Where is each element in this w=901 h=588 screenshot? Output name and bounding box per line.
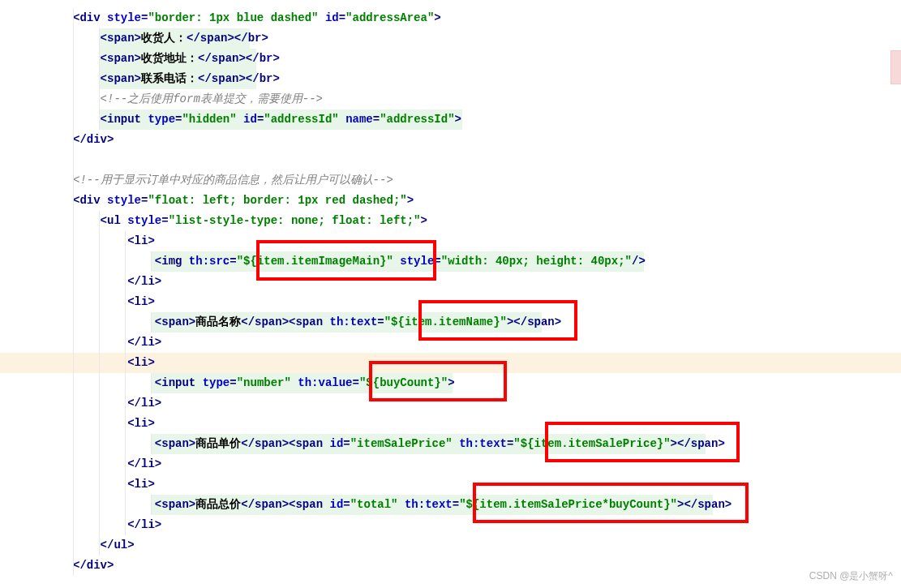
code-token: > [448, 376, 454, 389]
code-token: "width: 40px; height: 40px;" [441, 255, 632, 268]
code-token: = [230, 376, 236, 389]
code-token: > [421, 214, 427, 227]
code-line: <li> [73, 353, 885, 373]
code-token: <input [155, 376, 195, 389]
code-token: type [148, 113, 175, 126]
code-block: <div style="border: 1px blue dashed" id=… [73, 8, 885, 576]
code-token: <div [73, 11, 101, 24]
code-token: "border: 1px blue dashed" [148, 11, 318, 24]
code-token: type [203, 376, 230, 389]
code-token: </span><span [241, 437, 323, 450]
code-line: </div> [73, 556, 885, 576]
code-line: </ul> [73, 535, 885, 556]
code-token: </span><span [241, 498, 323, 511]
code-token: <div [73, 194, 101, 207]
code-token: = [353, 376, 359, 389]
code-line: <span>收货地址：</span></br> [73, 49, 885, 69]
code-token: <span> [155, 315, 195, 328]
code-token: <li> [127, 478, 155, 491]
code-line [73, 150, 885, 170]
code-token: </span></br> [198, 72, 280, 85]
code-token: > [455, 113, 461, 126]
code-token: id [243, 113, 257, 126]
code-token: </div> [73, 133, 114, 146]
code-token: id [329, 437, 343, 450]
code-token: 收货地址： [141, 52, 198, 65]
code-token: th:src [189, 255, 230, 268]
code-line: </li> [73, 333, 885, 353]
code-token: "float: left; border: 1px red dashed;" [148, 194, 406, 207]
code-token: "${item.itemSalePrice}" [513, 437, 670, 450]
code-token: </li> [127, 397, 161, 410]
code-token [318, 11, 324, 24]
code-line: <span>商品名称</span><span th:text="${item.i… [73, 312, 885, 333]
code-token [73, 153, 79, 166]
code-token: <li> [127, 295, 155, 308]
code-token: </span></br> [187, 32, 268, 45]
code-token: <span> [101, 52, 141, 65]
code-token: </div> [73, 559, 114, 572]
code-token: "addressId" [264, 113, 338, 126]
code-token: <li> [127, 417, 155, 430]
code-line: <span>联系电话：</span></br> [73, 69, 885, 89]
code-token: <span> [155, 498, 195, 511]
code-line: <img th:src="${item.itemImageMain}" styl… [73, 251, 885, 272]
code-token: style [400, 255, 434, 268]
code-token: <!--用于显示订单中对应的商品信息，然后让用户可以确认--> [73, 174, 393, 187]
code-token: = [343, 498, 350, 511]
code-token: = [453, 498, 459, 511]
code-token: "${item.itemSalePrice*buyCount}" [459, 498, 677, 511]
code-token [101, 11, 107, 24]
code-line: <span>收货人：</span></br> [73, 28, 885, 49]
code-line: </div> [73, 130, 885, 150]
code-token: "${buyCount}" [359, 376, 448, 389]
code-line: <li> [73, 474, 885, 495]
code-token: th:text [405, 498, 453, 511]
code-token [121, 214, 127, 227]
code-token: = [230, 255, 236, 268]
code-token: ></span> [677, 498, 732, 511]
code-line: <input type="hidden" id="addressId" name… [73, 109, 885, 130]
code-token [195, 376, 202, 389]
code-token [398, 498, 405, 511]
code-line: </li> [73, 272, 885, 292]
code-line: <div style="float: left; border: 1px red… [73, 191, 885, 211]
code-token: "list-style-type: none; float: left;" [169, 214, 421, 227]
code-token: "${item.itemName}" [384, 315, 507, 328]
code-token: th:value [298, 376, 352, 389]
code-token: = [434, 255, 440, 268]
code-token: <li> [127, 234, 155, 247]
code-token: "addressId" [380, 113, 454, 126]
code-token: style [127, 214, 161, 227]
code-token: 商品单价 [195, 437, 241, 450]
code-viewport: <div style="border: 1px blue dashed" id=… [0, 0, 901, 588]
code-token: </li> [127, 336, 161, 349]
code-token: <img [155, 255, 182, 268]
code-token: = [339, 11, 345, 24]
code-token: <span> [101, 72, 141, 85]
code-token: style [107, 11, 141, 24]
code-line: <input type="number" th:value="${buyCoun… [73, 373, 885, 393]
code-token: "total" [350, 498, 398, 511]
code-token [339, 113, 345, 126]
code-line: <li> [73, 414, 885, 434]
code-line: <!--之后使用form表单提交，需要使用--> [73, 89, 885, 109]
code-token: th:text [329, 315, 377, 328]
code-token: /> [632, 255, 646, 268]
code-token: 商品总价 [195, 498, 241, 511]
code-token: > [434, 11, 440, 24]
code-line: </li> [73, 393, 885, 414]
code-token: <!--之后使用form表单提交，需要使用--> [101, 92, 323, 105]
code-token: </li> [127, 275, 161, 288]
code-token [237, 113, 243, 126]
code-token: id [329, 498, 343, 511]
code-token: ></span> [671, 437, 725, 450]
code-token: id [325, 11, 339, 24]
code-line: <span>商品总价</span><span id="total" th:tex… [73, 495, 885, 515]
code-token: = [161, 214, 168, 227]
code-token: "addressArea" [345, 11, 434, 24]
code-token: <span> [155, 437, 195, 450]
side-handle[interactable] [890, 50, 901, 84]
code-token: "${item.itemImageMain}" [237, 255, 393, 268]
code-token: "itemSalePrice" [350, 437, 453, 450]
